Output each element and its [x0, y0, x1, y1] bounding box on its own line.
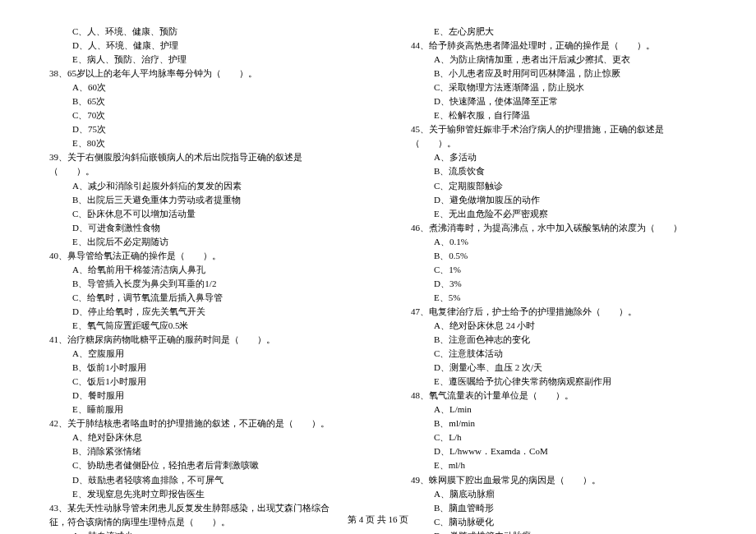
option: D、3%	[411, 277, 707, 291]
option: C、L/h	[411, 430, 707, 444]
option: D、快速降温，使体温降至正常	[411, 94, 707, 108]
question-39: 39、关于右侧腹股沟斜疝嵌顿病人的术后出院指导正确的叙述是（ ）。	[49, 150, 345, 178]
option: C、饭后1小时服用	[49, 375, 345, 389]
option: A、给氧前用干棉签清洁病人鼻孔	[49, 263, 345, 277]
option: B、注意面色神志的变化	[411, 333, 707, 347]
option: B、0.5%	[411, 249, 707, 263]
option: B、出院后三天避免重体力劳动或者提重物	[49, 193, 345, 207]
question-44: 44、给予肺炎高热患者降温处理时，正确的操作是（ ）。	[411, 39, 707, 53]
option: D、停止给氧时，应先关氧气开关	[49, 305, 345, 319]
option: E、80次	[49, 136, 345, 150]
option: E、发现窒息先兆时立即报告医生	[49, 487, 345, 501]
option: B、65次	[49, 94, 345, 108]
option: E、无出血危险不必严密观察	[411, 207, 707, 221]
page-footer: 第 4 页 共 16 页	[0, 513, 756, 526]
option: C、1%	[411, 263, 707, 277]
question-45: 45、关于输卵管妊娠非手术治疗病人的护理措施，正确的叙述是（ ）。	[411, 122, 707, 150]
option: C、给氧时，调节氧流量后插入鼻导管	[49, 291, 345, 305]
option: D、脊髓或椎管内动脉瘤	[411, 529, 707, 534]
option: A、减少和消除引起腹外斜疝的复发的因素	[49, 179, 345, 193]
option: A、L/min	[411, 403, 707, 417]
option: E、松解衣服，自行降温	[411, 108, 707, 122]
option: C、注意肢体活动	[411, 347, 707, 361]
option: E、睡前服用	[49, 403, 345, 417]
option: D、人、环境、健康、护理	[49, 39, 345, 53]
option: A、60次	[49, 81, 345, 94]
option: D、鼓励患者轻咳将血排除，不可屏气	[49, 473, 345, 487]
option: C、人、环境、健康、预防	[49, 25, 345, 39]
option: B、ml/min	[411, 417, 707, 430]
option: C、70次	[49, 108, 345, 122]
question-48: 48、氧气流量表的计量单位是（ ）。	[411, 389, 707, 403]
option: A、0.1%	[411, 235, 707, 249]
option: E、左心房肥大	[411, 25, 707, 39]
option: A、空腹服用	[49, 347, 345, 361]
option: A、肺血流减少	[49, 529, 345, 534]
option: E、病人、预防、治疗、护理	[49, 53, 345, 67]
option: E、氧气筒应置距暖气应0.5米	[49, 319, 345, 333]
left-column: C、人、环境、健康、预防 D、人、环境、健康、护理 E、病人、预防、治疗、护理 …	[49, 25, 345, 534]
question-42: 42、关于肺结核患者咯血时的护理措施的叙述，不正确的是（ ）。	[49, 417, 345, 430]
question-40: 40、鼻导管给氧法正确的操作是（ ）。	[49, 249, 345, 263]
option: A、绝对卧床休息 24 小时	[411, 319, 707, 333]
option: E、ml/h	[411, 458, 707, 472]
option: B、流质饮食	[411, 164, 707, 178]
option: D、餐时服用	[49, 389, 345, 403]
option: D、测量心率、血压 2 次/天	[411, 361, 707, 375]
question-49: 49、蛛网膜下腔出血最常见的病因是（ ）。	[411, 473, 707, 487]
option: E、遵医嘱给予抗心律失常药物病观察副作用	[411, 375, 707, 389]
question-38: 38、65岁以上的老年人平均脉率每分钟为（ ）。	[49, 67, 345, 81]
right-column: E、左心房肥大 44、给予肺炎高热患者降温处理时，正确的操作是（ ）。 A、为防…	[411, 25, 707, 534]
option: E、出院后不必定期随访	[49, 235, 345, 249]
option: C、卧床休息不可以增加活动量	[49, 207, 345, 221]
option: A、绝对卧床休息	[49, 430, 345, 444]
question-46: 46、煮沸消毒时，为提高沸点，水中加入碳酸氢钠的浓度为（ ）	[411, 221, 707, 235]
option: D、L/hwww．Examda．CoM	[411, 444, 707, 458]
option: A、脑底动脉瘤	[411, 487, 707, 501]
option: B、小儿患者应及时用阿司匹林降温，防止惊厥	[411, 67, 707, 81]
option: D、75次	[49, 122, 345, 136]
option: B、消除紧张情绪	[49, 444, 345, 458]
option: E、5%	[411, 291, 707, 305]
option: C、定期腹部触诊	[411, 179, 707, 193]
option: B、饭前1小时服用	[49, 361, 345, 375]
option: D、避免做增加腹压的动作	[411, 193, 707, 207]
question-41: 41、治疗糖尿病药物吡糖平正确的服药时间是（ ）。	[49, 333, 345, 347]
option: D、可进食刺激性食物	[49, 221, 345, 235]
option: A、为防止病情加重，患者出汗后减少擦拭、更衣	[411, 53, 707, 67]
option: C、协助患者健侧卧位，轻拍患者后背刺激咳嗽	[49, 458, 345, 472]
question-47: 47、电复律治疗后，护士给予的护理措施除外（ ）。	[411, 305, 707, 319]
option: B、导管插入长度为鼻尖到耳垂的1/2	[49, 277, 345, 291]
option: C、采取物理方法逐渐降温，防止脱水	[411, 81, 707, 94]
option: A、多活动	[411, 150, 707, 164]
